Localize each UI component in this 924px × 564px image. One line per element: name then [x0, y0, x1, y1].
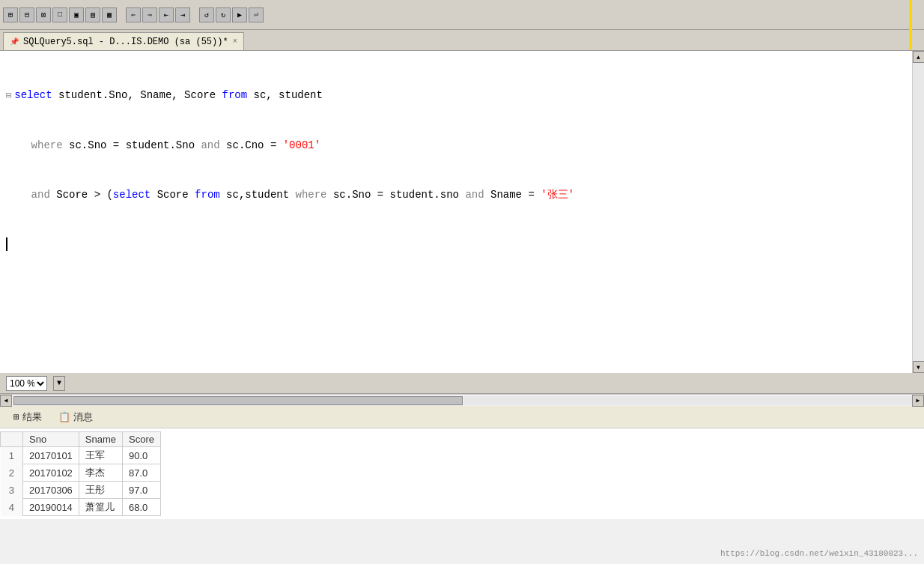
col-header-sname: Sname [79, 432, 122, 447]
horizontal-scroll-thumb[interactable] [13, 396, 463, 405]
toolbar-icon-3[interactable]: ⊠ [36, 7, 51, 22]
results-table-container: Sno Sname Score 1 20170101 王军 90.0 2 201… [0, 428, 924, 519]
cell-rownum: 2 [1, 464, 23, 482]
toolbar-icon-4[interactable]: □ [52, 7, 67, 22]
toolbar-icon-14[interactable]: ▶ [232, 7, 247, 22]
results-panel: ⊞ 结果 📋 消息 Sno Sname Score 1 20170101 王军 [0, 406, 924, 519]
toolbar-icon-11[interactable]: ⇥ [175, 7, 190, 22]
cell-score: 87.0 [123, 464, 161, 482]
cell-rownum: 3 [1, 482, 23, 499]
code-line-2: where sc.Sno = student.Sno and sc.Cno = … [6, 137, 906, 154]
table-row: 3 20170306 王彤 97.0 [1, 482, 161, 499]
tab-close-icon[interactable]: × [233, 37, 237, 46]
col-header-rownum [1, 432, 23, 447]
scroll-up-button[interactable]: ▲ [913, 51, 925, 63]
cell-sno: 20170306 [23, 482, 79, 499]
cell-sno: 20190014 [23, 499, 79, 516]
status-bar: 100 % 75 % 150 % ▼ [0, 373, 924, 394]
toolbar-icon-7[interactable]: ▦ [102, 7, 117, 22]
table-row: 1 20170101 王军 90.0 [1, 447, 161, 464]
code-line-1: ⊟select student.Sno, Sname, Score from s… [6, 87, 906, 104]
toolbar-icon-2[interactable]: ⊟ [19, 7, 34, 22]
results-tab-label: 结果 [22, 410, 42, 424]
highlight-indicator [909, 0, 912, 49]
results-table: Sno Sname Score 1 20170101 王军 90.0 2 201… [0, 431, 161, 516]
toolbar: ⊞ ⊟ ⊠ □ ▣ ▤ ▦ ⇐ ⇒ ⇤ ⇥ ↺ ↻ ▶ ⏎ [0, 0, 924, 30]
toolbar-icon-1[interactable]: ⊞ [3, 7, 18, 22]
code-line-4[interactable] [6, 236, 906, 252]
toolbar-icon-9[interactable]: ⇒ [142, 7, 157, 22]
watermark: https://blog.csdn.net/weixin_43180023... [720, 549, 918, 558]
scroll-track[interactable] [913, 63, 924, 361]
toolbar-icon-8[interactable]: ⇐ [126, 7, 141, 22]
results-tab-grid[interactable]: ⊞ 结果 [6, 408, 49, 426]
cell-score: 90.0 [123, 447, 161, 464]
zoom-select[interactable]: 100 % 75 % 150 % [6, 376, 47, 391]
tab-bar: 📌 SQLQuery5.sql - D...IS.DEMO (sa (55))*… [0, 30, 924, 51]
results-tabs: ⊞ 结果 📋 消息 [0, 406, 924, 428]
zoom-dropdown-button[interactable]: ▼ [53, 376, 65, 391]
cell-score: 68.0 [123, 499, 161, 516]
toolbar-icon-6[interactable]: ▤ [85, 7, 100, 22]
col-header-sno: Sno [23, 432, 79, 447]
cell-score: 97.0 [123, 482, 161, 499]
scroll-right-button[interactable]: ▶ [912, 395, 924, 407]
cell-sname: 萧篁儿 [79, 499, 122, 516]
cell-sname: 王军 [79, 447, 122, 464]
scroll-left-button[interactable]: ◀ [0, 395, 12, 407]
results-msg-label: 消息 [73, 410, 93, 424]
scroll-down-button[interactable]: ▼ [913, 361, 925, 373]
col-header-score: Score [123, 432, 161, 447]
results-grid-icon: ⊞ [13, 411, 19, 423]
cell-rownum: 1 [1, 447, 23, 464]
toolbar-icon-12[interactable]: ↺ [199, 7, 214, 22]
toolbar-icon-10[interactable]: ⇤ [159, 7, 174, 22]
code-editor[interactable]: ⊟select student.Sno, Sname, Score from s… [0, 51, 912, 288]
table-row: 2 20170102 李杰 87.0 [1, 464, 161, 482]
toolbar-icon-15[interactable]: ⏎ [249, 7, 264, 22]
editor-wrapper: ⊟select student.Sno, Sname, Score from s… [0, 51, 924, 373]
results-msg-icon: 📋 [58, 411, 70, 423]
editor-main[interactable]: ⊟select student.Sno, Sname, Score from s… [0, 51, 912, 373]
cell-rownum: 4 [1, 499, 23, 516]
toolbar-icon-5[interactable]: ▣ [69, 7, 84, 22]
results-tab-messages[interactable]: 📋 消息 [51, 408, 100, 426]
cell-sno: 20170102 [23, 464, 79, 482]
horizontal-scroll-track[interactable] [464, 396, 912, 405]
toolbar-icon-13[interactable]: ↻ [216, 7, 231, 22]
table-row: 4 20190014 萧篁儿 68.0 [1, 499, 161, 516]
tab-pin-icon: 📌 [10, 37, 19, 46]
horizontal-scrollbar[interactable]: ◀ ▶ [0, 394, 924, 406]
query-tab[interactable]: 📌 SQLQuery5.sql - D...IS.DEMO (sa (55))*… [3, 32, 244, 50]
cell-sno: 20170101 [23, 447, 79, 464]
cell-sname: 李杰 [79, 464, 122, 482]
cell-sname: 王彤 [79, 482, 122, 499]
code-line-3: and Score > (select Score from sc,studen… [6, 187, 906, 203]
tab-label: SQLQuery5.sql - D...IS.DEMO (sa (55))* [23, 37, 228, 47]
vertical-scrollbar[interactable]: ▲ ▼ [912, 51, 924, 373]
